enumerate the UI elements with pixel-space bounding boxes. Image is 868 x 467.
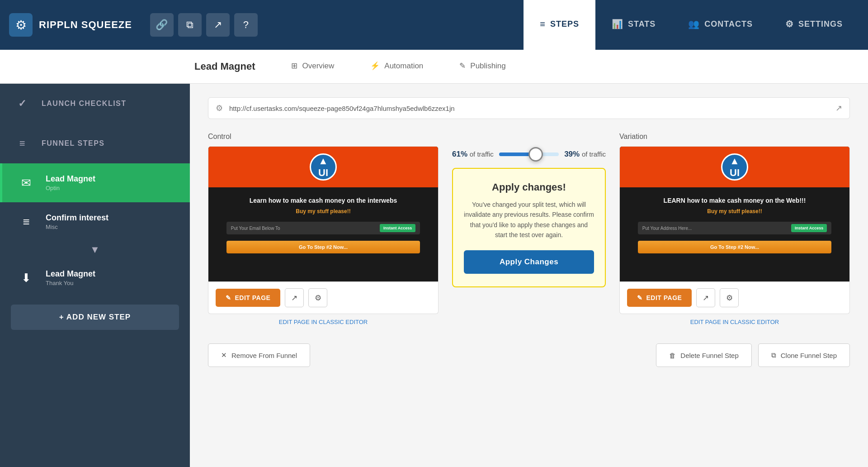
control-edit-classic-link[interactable]: EDIT PAGE IN CLASSIC EDITOR bbox=[208, 319, 439, 325]
top-nav-tabs: ≡ STEPS 📊 STATS 👥 CONTACTS ⚙ SETTINGS bbox=[524, 0, 859, 50]
control-edit-label: EDIT PAGE bbox=[235, 294, 271, 301]
sidebar-item-sub: Optin bbox=[46, 185, 177, 191]
sidebar-item-lead-magnet-thankyou[interactable]: ⬇ Lead Magnet Thank You bbox=[0, 258, 190, 297]
tab-stats-label: STATS bbox=[628, 19, 656, 29]
checklist-icon: ✓ bbox=[13, 94, 33, 114]
control-preview-image: ▲UI Learn how to make cash money on the … bbox=[208, 147, 438, 281]
sidebar-item-name-2: Confirm interest bbox=[46, 213, 177, 223]
settings-icon: ⚙ bbox=[785, 19, 794, 29]
remove-icon: ✕ bbox=[221, 351, 227, 359]
bottom-actions: ✕ Remove From Funnel 🗑 Delete Funnel Ste… bbox=[208, 343, 850, 367]
bottom-right-buttons: 🗑 Delete Funnel Step ⧉ Clone Funnel Step bbox=[656, 343, 850, 367]
sidebar-funnel-steps[interactable]: ≡ FUNNEL STEPS bbox=[0, 124, 190, 163]
stats-icon: 📊 bbox=[612, 19, 623, 29]
sidebar-down-arrow: ▼ bbox=[0, 241, 190, 258]
sidebar-item-text-2: Confirm interest Misc bbox=[46, 213, 177, 230]
variation-edit-classic-link[interactable]: EDIT PAGE IN CLASSIC EDITOR bbox=[619, 319, 850, 325]
variation-external-link-button[interactable]: ↗ bbox=[696, 288, 715, 307]
sidebar-item-text: Lead Magnet Optin bbox=[46, 174, 177, 191]
control-input-placeholder: Put Your Email Below To bbox=[231, 226, 280, 231]
control-ui-badge: ▲UI bbox=[310, 153, 337, 181]
email-icon: ✉ bbox=[15, 172, 38, 194]
top-nav-actions: 🔗 ⧉ ↗ ? bbox=[150, 13, 258, 37]
tab-stats[interactable]: 📊 STATS bbox=[595, 0, 672, 50]
control-settings-button[interactable]: ⚙ bbox=[308, 288, 327, 307]
clone-funnel-step-button[interactable]: ⧉ Clone Funnel Step bbox=[758, 343, 850, 367]
sidebar-item-name-3: Lead Magnet bbox=[46, 269, 177, 279]
sidebar-item-sub-2: Misc bbox=[46, 224, 177, 230]
tab-contacts-label: CONTACTS bbox=[704, 19, 753, 29]
variation-edit-page-icon: ✎ bbox=[637, 294, 643, 301]
app-logo: ⚙ RIPPLN SQUEEZE bbox=[9, 13, 132, 37]
sub-tab-publishing[interactable]: ✎ Publishing bbox=[441, 50, 524, 83]
control-input-bar: Put Your Email Below To Instant Access bbox=[226, 222, 420, 234]
control-traffic-pct: 61% of traffic bbox=[452, 150, 494, 159]
external-link-button[interactable]: ↗ bbox=[206, 13, 230, 37]
delete-funnel-step-button[interactable]: 🗑 Delete Funnel Step bbox=[656, 343, 751, 367]
variation-cta: Go To Step #2 Now... bbox=[638, 241, 831, 253]
apply-changes-title: Apply changes! bbox=[464, 181, 594, 193]
variation-input-bar: Put Your Address Here... Instant Access bbox=[638, 222, 831, 234]
tab-steps[interactable]: ≡ STEPS bbox=[524, 0, 595, 50]
remove-label: Remove From Funnel bbox=[231, 352, 297, 359]
control-edit-page-button[interactable]: ✎ EDIT PAGE bbox=[216, 289, 280, 307]
apply-changes-button[interactable]: Apply Changes bbox=[464, 250, 594, 274]
sidebar-item-confirm-interest[interactable]: ≡ Confirm interest Misc bbox=[0, 202, 190, 241]
delete-label: Delete Funnel Step bbox=[680, 352, 738, 359]
control-external-link-button[interactable]: ↗ bbox=[285, 288, 304, 307]
url-input[interactable] bbox=[229, 105, 829, 112]
sub-tab-automation-label: Automation bbox=[384, 62, 423, 71]
slider-thumb[interactable] bbox=[528, 147, 543, 162]
sub-tab-automation[interactable]: ⚡ Automation bbox=[352, 50, 441, 83]
publishing-icon: ✎ bbox=[459, 61, 466, 71]
variation-edit-page-button[interactable]: ✎ EDIT PAGE bbox=[627, 289, 692, 307]
remove-from-funnel-button[interactable]: ✕ Remove From Funnel bbox=[208, 343, 310, 367]
page-title: Lead Magnet bbox=[194, 50, 273, 83]
traffic-slider-track[interactable] bbox=[499, 152, 559, 156]
sub-nav-tabs: ⊞ Overview ⚡ Automation ✎ Publishing bbox=[273, 50, 524, 83]
url-external-link-icon[interactable]: ↗ bbox=[835, 103, 842, 113]
split-test-area: Control ▲UI Learn how to make cash money… bbox=[208, 133, 850, 325]
app-name: RIPPLN SQUEEZE bbox=[39, 19, 132, 31]
sidebar-launch-checklist[interactable]: ✓ LAUNCH CHECKLIST bbox=[0, 84, 190, 124]
control-body: Learn how to make cash money on the inte… bbox=[208, 187, 438, 281]
variation-body: LEARN how to make cash money on the Web!… bbox=[620, 187, 849, 281]
link-icon-button[interactable]: 🔗 bbox=[150, 13, 174, 37]
variation-edit-label: EDIT PAGE bbox=[646, 294, 682, 301]
control-page-preview: ▲UI Learn how to make cash money on the … bbox=[208, 146, 439, 282]
variation-preview-image: ▲UI LEARN how to make cash money on the … bbox=[620, 147, 849, 281]
url-bar: ⚙ ↗ bbox=[208, 97, 850, 119]
variation-headline: LEARN how to make cash money on the Web!… bbox=[664, 196, 806, 205]
sub-tab-overview[interactable]: ⊞ Overview bbox=[273, 50, 352, 83]
control-subtext: Buy my stuff please!! bbox=[296, 208, 350, 214]
variation-header: ▲UI bbox=[620, 147, 849, 187]
sub-tab-publishing-label: Publishing bbox=[470, 62, 505, 71]
traffic-middle: 61% of traffic 39% of traffic Apply chan… bbox=[452, 133, 606, 287]
edit-page-icon: ✎ bbox=[226, 294, 231, 301]
tab-contacts[interactable]: 👥 CONTACTS bbox=[672, 0, 769, 50]
settings-gear-icon: ⚙ bbox=[216, 103, 223, 113]
sidebar-item-lead-magnet-optin[interactable]: ✉ Lead Magnet Optin bbox=[0, 163, 190, 202]
add-new-step-button[interactable]: + ADD NEW STEP bbox=[11, 305, 179, 330]
contacts-icon: 👥 bbox=[688, 19, 700, 29]
sub-tab-overview-label: Overview bbox=[302, 62, 334, 71]
control-cta: Go To Step #2 Now... bbox=[226, 241, 420, 253]
variation-page-card: Variation ▲UI LEARN how to make cash mon… bbox=[619, 133, 850, 325]
funnel-steps-icon: ≡ bbox=[13, 133, 33, 153]
control-header: ▲UI bbox=[208, 147, 438, 187]
apply-changes-box: Apply changes! You've changed your split… bbox=[452, 168, 606, 287]
variation-input-btn: Instant Access bbox=[791, 224, 827, 232]
automation-icon: ⚡ bbox=[370, 61, 380, 71]
variation-settings-button[interactable]: ⚙ bbox=[720, 288, 739, 307]
variation-subtext: Buy my stuff please!! bbox=[707, 208, 762, 214]
delete-icon: 🗑 bbox=[669, 352, 676, 359]
control-headline: Learn how to make cash money on the inte… bbox=[250, 196, 397, 205]
sidebar-item-text-3: Lead Magnet Thank You bbox=[46, 269, 177, 286]
control-input-btn: Instant Access bbox=[380, 224, 415, 232]
apply-changes-description: You've changed your split test, which wi… bbox=[464, 200, 594, 240]
copy-icon-button[interactable]: ⧉ bbox=[178, 13, 202, 37]
sidebar: ✓ LAUNCH CHECKLIST ≡ FUNNEL STEPS ✉ Lead… bbox=[0, 84, 190, 467]
variation-ui-badge: ▲UI bbox=[721, 153, 748, 181]
tab-settings[interactable]: ⚙ SETTINGS bbox=[769, 0, 859, 50]
help-button[interactable]: ? bbox=[234, 13, 258, 37]
